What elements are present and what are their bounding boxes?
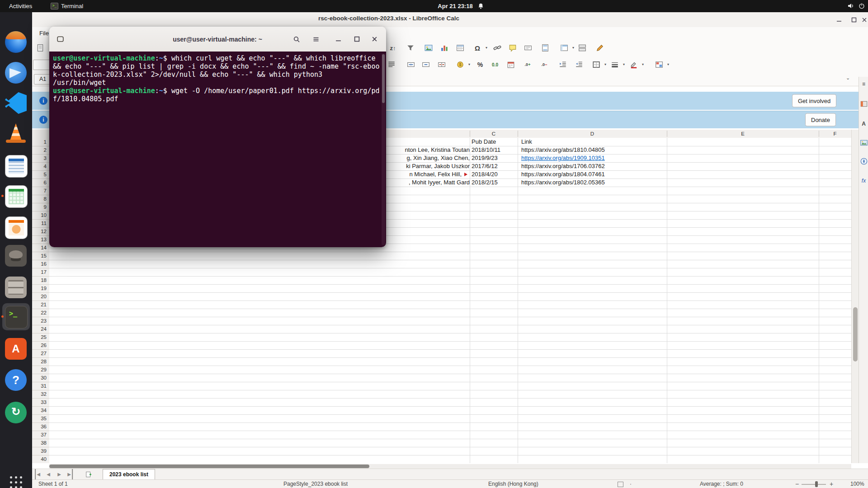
functions-icon[interactable]: fx [859, 176, 868, 185]
row-header[interactable]: 14 [32, 244, 49, 252]
styles-icon[interactable]: A [859, 119, 868, 128]
new-document-icon[interactable] [34, 42, 47, 54]
vscode-dock-icon[interactable] [5, 92, 27, 114]
text-language[interactable]: English (Hong Kong) [488, 480, 538, 488]
expand-formula-bar-icon[interactable]: ⌄ [846, 75, 850, 81]
zoom-level[interactable]: 100% [850, 480, 864, 488]
row-header[interactable]: 8 [32, 195, 49, 203]
cell-C3[interactable]: 2019/9/23 [472, 154, 517, 162]
libreoffice-impress-dock-icon[interactable] [5, 216, 28, 239]
terminal-menu-icon[interactable] [309, 33, 323, 46]
row-header[interactable]: 28 [32, 357, 49, 366]
column-header-C[interactable]: C [492, 130, 495, 138]
volume-icon[interactable] [847, 2, 854, 11]
libreoffice-calc-dock-icon[interactable] [5, 185, 28, 208]
row-header[interactable]: 23 [32, 317, 49, 325]
dropdown-caret-icon[interactable]: ▾ [572, 46, 574, 50]
sheet-tab[interactable]: 2023 ebook list [103, 469, 155, 480]
row-header[interactable]: 34 [32, 406, 49, 415]
row-header[interactable]: 13 [32, 235, 49, 244]
terminal-window[interactable]: user@user-virtual-machine: ~ user@user-v… [49, 27, 386, 247]
properties-icon[interactable] [859, 99, 868, 108]
insert-hyperlink-icon[interactable] [491, 42, 504, 54]
row-header[interactable]: 27 [32, 349, 49, 358]
merge-center-icon[interactable] [420, 58, 432, 71]
conditional-formatting-icon[interactable]: ▾ [653, 58, 665, 71]
libreoffice-writer-dock-icon[interactable] [5, 155, 28, 178]
special-character-icon[interactable]: Ω▾ [471, 42, 484, 54]
add-sheet-icon[interactable] [85, 469, 92, 480]
terminal-maximize-button[interactable] [350, 33, 363, 46]
row-header[interactable]: 24 [32, 325, 49, 333]
row-header[interactable]: 17 [32, 268, 49, 277]
border-style-icon[interactable]: ▾ [609, 58, 621, 71]
terminal-dock-icon[interactable] [5, 306, 28, 328]
previous-sheet-icon[interactable]: ◀ [47, 469, 50, 480]
sort-descending-icon[interactable]: z↑ [387, 42, 399, 54]
row-header[interactable]: 38 [32, 439, 49, 447]
terminal-close-button[interactable] [368, 33, 381, 46]
cell-C5[interactable]: 2018/4/20 [472, 170, 517, 178]
donate-button[interactable]: Donate [805, 113, 836, 127]
row-header[interactable]: 35 [32, 414, 49, 423]
freeze-rows-columns-icon[interactable]: ▾ [558, 42, 571, 54]
first-sheet-icon[interactable]: ◀ [35, 469, 40, 480]
unmerge-cells-icon[interactable] [435, 58, 448, 71]
cell-C2[interactable]: 2018/10/11 [472, 146, 517, 154]
row-header[interactable]: 40 [32, 455, 49, 463]
row-header[interactable]: 18 [32, 276, 49, 285]
last-sheet-icon[interactable]: ▶ [67, 469, 73, 480]
horizontal-scrollbar[interactable] [49, 464, 851, 469]
activities-button[interactable]: Activities [6, 0, 35, 12]
merge-cells-icon[interactable] [405, 58, 417, 71]
row-header[interactable]: 19 [32, 284, 49, 293]
power-icon[interactable] [858, 2, 865, 11]
row-header[interactable]: 20 [32, 292, 49, 301]
terminal-titlebar[interactable]: user@user-virtual-machine: ~ [49, 27, 386, 52]
focused-app-indicator[interactable]: >_ Terminal [51, 0, 83, 12]
align-justified-icon[interactable] [385, 58, 398, 71]
row-header[interactable]: 31 [32, 382, 49, 390]
sum-average[interactable]: Average: ; Sum: 0 [700, 480, 743, 488]
cell-D2[interactable]: https://arxiv.org/abs/1810.04805 [521, 146, 668, 154]
add-decimal-icon[interactable]: .0+ [521, 58, 534, 71]
vertical-scrollbar[interactable] [851, 130, 859, 463]
decrease-indent-icon[interactable] [573, 58, 585, 71]
trash-dock-icon[interactable] [5, 402, 27, 423]
zoom-slider-thumb[interactable] [815, 481, 818, 487]
row-header[interactable]: 21 [32, 300, 49, 309]
insert-text-box-icon[interactable] [522, 42, 534, 54]
terminal-minimize-button[interactable] [331, 33, 345, 46]
row-header[interactable]: 16 [32, 260, 49, 268]
cell-C1[interactable]: Pub Date [472, 138, 517, 146]
row-header[interactable]: 6 [32, 178, 49, 187]
row-header[interactable]: 33 [32, 398, 49, 407]
format-number-icon[interactable]: 0.0 [489, 58, 501, 71]
zoom-in-icon[interactable]: + [830, 480, 833, 488]
zoom-slider[interactable] [802, 484, 826, 485]
dropdown-caret-icon[interactable]: ▾ [623, 62, 625, 66]
insert-comment-icon[interactable] [506, 42, 519, 54]
row-header[interactable]: 39 [32, 447, 49, 455]
cell-D1[interactable]: Link [521, 138, 668, 146]
insert-image-icon[interactable] [422, 42, 435, 54]
dropdown-caret-icon[interactable]: ▾ [604, 62, 606, 66]
thunderbird-dock-icon[interactable] [5, 62, 27, 84]
calc-close-button[interactable] [859, 15, 868, 25]
delete-decimal-icon[interactable]: .0− [538, 58, 551, 71]
calc-minimize-button[interactable] [833, 15, 845, 25]
get-involved-button[interactable]: Get involved [792, 94, 836, 108]
cell-D4[interactable]: https://arxiv.org/abs/1706.03762 [521, 162, 668, 170]
clock[interactable]: Apr 21 23:18 [438, 0, 472, 12]
dropdown-caret-icon[interactable]: ▾ [642, 62, 644, 66]
row-header[interactable]: 4 [32, 162, 49, 171]
help-dock-icon[interactable] [5, 369, 27, 391]
horizontal-scrollbar-thumb[interactable] [49, 465, 369, 468]
column-header-D[interactable]: D [590, 130, 594, 138]
row-header[interactable]: 5 [32, 170, 49, 179]
vertical-scrollbar-thumb[interactable] [853, 307, 858, 361]
row-header[interactable]: 1 [32, 138, 49, 146]
firefox-dock-icon[interactable] [5, 31, 27, 53]
split-window-icon[interactable] [576, 42, 589, 54]
row-header[interactable]: 2 [32, 146, 49, 155]
